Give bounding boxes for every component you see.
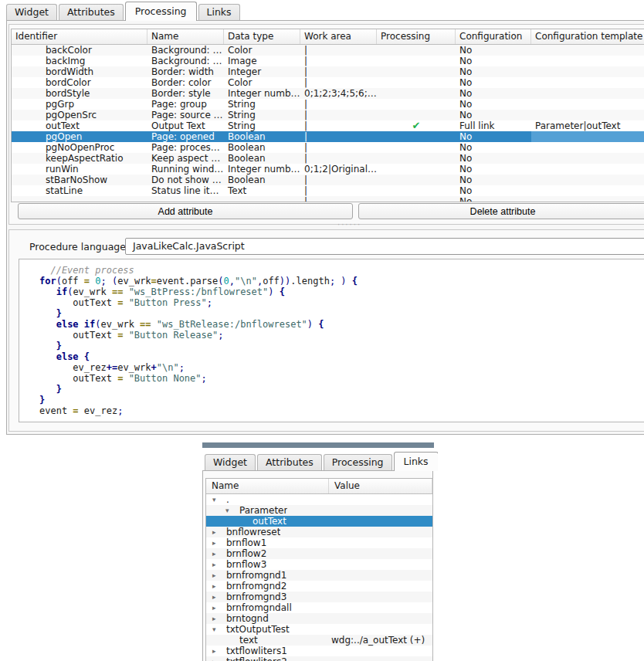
link-row[interactable]: ▸brnfromgndall — [206, 602, 432, 613]
attribute-row[interactable]: bordStyleBorder: styleInteger numb…0;1;2… — [12, 88, 644, 99]
code-line: if(ev_wrk == "ws_BtPress:/bnflowreset") … — [39, 286, 644, 297]
expander-icon[interactable]: ▸ — [212, 537, 222, 548]
column-header-name[interactable]: Name — [206, 479, 329, 493]
attribute-row[interactable]: bordWidthBorder: widthInteger|No — [12, 66, 644, 77]
column-header-data-type[interactable]: Data type — [224, 29, 300, 44]
cell-configuration-template — [531, 56, 644, 66]
tab-processing[interactable]: Processing — [324, 454, 392, 470]
link-row[interactable]: ▾Parameter — [206, 505, 432, 516]
expander-icon[interactable]: ▸ — [212, 570, 222, 581]
cell-work-area: | — [300, 175, 377, 185]
delete-attribute-button[interactable]: Delete attribute — [358, 203, 644, 219]
tab-attributes[interactable]: Attributes — [59, 4, 124, 20]
expander-icon[interactable]: ▸ — [212, 646, 222, 656]
link-row[interactable]: textwdg:../a_outText (+) — [206, 635, 432, 646]
cell-configuration-template — [531, 110, 644, 120]
column-header-processing[interactable]: Processing — [377, 29, 456, 44]
cell-identifier: statLine — [12, 185, 147, 196]
link-row[interactable]: ▾. — [206, 494, 432, 505]
cell-name: Border: color — [147, 77, 224, 88]
link-row[interactable]: outText — [206, 516, 432, 527]
splitter-handle[interactable]: ······ — [7, 222, 644, 229]
cell-data-type: Boolean — [224, 153, 300, 164]
expander-icon[interactable]: ▸ — [212, 581, 222, 592]
expander-icon[interactable]: ▾ — [225, 505, 235, 516]
cell-data-type: Text — [224, 185, 300, 196]
cell-work-area: | — [300, 110, 377, 120]
link-row[interactable]: ▸brnfromgnd1 — [206, 570, 432, 581]
procedure-language-select[interactable]: JavaLikeCalc.JavaScript — [125, 238, 644, 255]
link-row[interactable]: ▸txtflowliters2 — [206, 656, 432, 661]
column-header-name[interactable]: Name — [147, 29, 224, 44]
link-row[interactable]: ▸brnflow3 — [206, 559, 432, 570]
attribute-row[interactable]: pgNoOpenProcPage: proces…Boolean|No — [12, 142, 644, 153]
attribute-row[interactable]: pgGrpPage: groupString|No — [12, 99, 644, 110]
column-header-identifier[interactable]: Identifier — [12, 29, 147, 44]
link-row[interactable]: ▸brntognd — [206, 613, 432, 624]
tab-links[interactable]: Links — [198, 4, 240, 20]
link-value: wdg:../a_outText (+) — [331, 635, 425, 646]
expander-icon[interactable]: ▸ — [212, 656, 222, 661]
cell-identifier: bordStyle — [12, 88, 147, 99]
cell-name — [147, 196, 224, 202]
link-row[interactable]: ▸brnfromgnd3 — [206, 592, 432, 602]
links-table-body: ▾.▾ParameteroutText▸bnflowreset▸brnflow1… — [206, 494, 432, 661]
attribute-row[interactable]: bordColorBorder: colorColor|No — [12, 77, 644, 88]
expander-icon[interactable]: ▸ — [212, 527, 222, 537]
link-name: outText — [253, 516, 286, 527]
column-header-configuration[interactable]: Configuration — [456, 29, 531, 44]
link-row[interactable]: ▸txtflowliters1 — [206, 646, 432, 656]
link-name: brnflow2 — [226, 548, 266, 559]
link-row[interactable]: ▸brnflow2 — [206, 548, 432, 559]
attribute-row[interactable]: outTextOutput TextString|✔Full linkParam… — [12, 120, 644, 131]
attribute-row[interactable]: stBarNoShowDo not show …Boolean|No — [12, 175, 644, 185]
cell-work-area: 0;1;2|Original… — [300, 164, 377, 175]
cell-identifier: bordWidth — [12, 66, 147, 77]
cell-data-type: Boolean — [224, 175, 300, 185]
cell-configuration-template — [531, 99, 644, 110]
cell-configuration: No — [456, 153, 531, 164]
code-line: event = ev_rez; — [39, 405, 644, 416]
attribute-row[interactable]: backImgBackground: …Image|No — [12, 56, 644, 66]
code-line: //Event process — [39, 265, 644, 276]
links-table-header: NameValue — [206, 479, 432, 494]
column-header-work-area[interactable]: Work area — [300, 29, 377, 44]
add-attribute-button[interactable]: Add attribute — [18, 203, 353, 219]
cell-configuration: No — [456, 66, 531, 77]
attribute-row[interactable]: backColorBackground: …Color|No — [12, 45, 644, 56]
expander-icon[interactable]: ▾ — [212, 494, 222, 505]
attribute-row[interactable]: runWinRunning wind…Integer numb…0;1;2|Or… — [12, 164, 644, 175]
link-row[interactable]: ▸brnfromgnd2 — [206, 581, 432, 592]
link-row[interactable]: ▾txtOutputTest — [206, 624, 432, 635]
tab-attributes[interactable]: Attributes — [257, 454, 322, 470]
attribute-row[interactable]: pgOpenPage: openedBoolean|No — [12, 131, 644, 142]
procedure-code-editor[interactable]: //Event processfor(off = 0; (ev_wrk=even… — [19, 259, 644, 422]
expander-icon[interactable]: ▸ — [212, 602, 222, 613]
tab-widget[interactable]: Widget — [205, 454, 256, 470]
cell-name: Border: style — [147, 88, 224, 99]
cell-work-area: | — [300, 142, 377, 153]
attribute-row[interactable]: statLineStatus line it…Text|No — [12, 185, 644, 196]
cell-data-type: Integer numb… — [224, 88, 300, 99]
expander-icon[interactable]: ▸ — [212, 548, 222, 559]
expander-icon[interactable]: ▸ — [212, 592, 222, 602]
cell-configuration: No — [456, 185, 531, 196]
dock-handle-bar[interactable] — [202, 442, 434, 448]
column-header-configuration-template[interactable]: Configuration template — [531, 29, 644, 44]
attribute-row[interactable]: pgOpenSrcPage: source …String|No — [12, 110, 644, 120]
code-line: } — [39, 395, 644, 405]
tab-links[interactable]: Links — [394, 452, 439, 471]
tab-widget[interactable]: Widget — [6, 4, 57, 20]
tab-processing[interactable]: Processing — [125, 2, 197, 21]
link-row[interactable]: ▸brnflow1 — [206, 537, 432, 548]
code-line: } — [39, 384, 644, 395]
column-header-value[interactable]: Value — [329, 479, 432, 493]
link-name: brnfromgnd2 — [226, 581, 286, 592]
cell-configuration: No — [456, 196, 531, 202]
expander-icon[interactable]: ▸ — [212, 559, 222, 570]
expander-icon[interactable]: ▸ — [212, 613, 222, 624]
expander-icon[interactable]: ▾ — [212, 624, 222, 635]
attribute-row[interactable]: keepAspectRatioKeep aspect …Boolean|No — [12, 153, 644, 164]
attribute-row[interactable]: |No — [12, 196, 644, 202]
link-row[interactable]: ▸bnflowreset — [206, 527, 432, 537]
